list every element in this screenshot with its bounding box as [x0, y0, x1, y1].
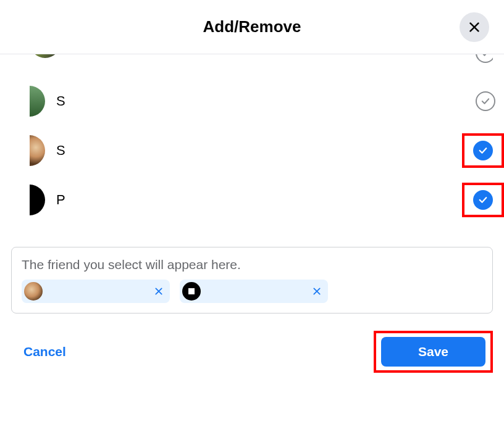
- friend-row[interactable]: S: [11, 126, 493, 175]
- close-button[interactable]: [460, 12, 489, 42]
- friend-chip: [180, 280, 328, 303]
- save-button[interactable]: Save: [381, 337, 485, 367]
- select-toggle[interactable]: [462, 133, 504, 168]
- friend-info: S: [11, 135, 65, 166]
- dialog-header: Add/Remove: [0, 0, 504, 54]
- avatar: [30, 185, 45, 215]
- remove-icon: [154, 286, 164, 296]
- friend-info: D Thakur: [11, 54, 127, 58]
- dialog-title: Add/Remove: [203, 17, 301, 36]
- select-toggle[interactable]: [467, 54, 493, 68]
- chip-remove-button[interactable]: [312, 286, 322, 296]
- friend-name: S: [56, 93, 65, 109]
- dialog-footer: Cancel Save: [0, 313, 504, 373]
- checkmark-checked-icon: [473, 190, 493, 210]
- friend-name: S: [56, 143, 65, 159]
- avatar: [24, 282, 43, 301]
- friend-row[interactable]: S: [11, 77, 493, 126]
- remove-icon: [312, 286, 322, 296]
- friend-list: D Thakur S S: [0, 54, 504, 225]
- checkmark-unchecked-icon: [476, 91, 495, 111]
- avatar: [30, 86, 45, 117]
- avatar: [182, 282, 201, 301]
- select-toggle[interactable]: [467, 86, 504, 116]
- friend-row[interactable]: P: [11, 175, 493, 225]
- chip-content: [182, 282, 207, 301]
- friend-info: S: [11, 86, 65, 117]
- chip-remove-button[interactable]: [154, 286, 164, 296]
- friend-row[interactable]: D Thakur: [11, 54, 493, 77]
- checkmark-unchecked-icon: [476, 54, 493, 63]
- select-toggle[interactable]: [462, 183, 504, 217]
- cancel-button[interactable]: Cancel: [23, 344, 66, 359]
- selected-chips: [22, 280, 482, 303]
- avatar: [30, 54, 61, 58]
- save-highlight: Save: [374, 331, 493, 373]
- friend-info: P: [11, 185, 65, 215]
- chip-content: [24, 282, 49, 301]
- selected-area-label: The friend you select will appear here.: [22, 257, 482, 272]
- checkmark-checked-icon: [473, 141, 493, 160]
- friend-chip: [22, 280, 170, 303]
- selected-friends-area: The friend you select will appear here.: [11, 247, 493, 313]
- avatar: [30, 135, 45, 166]
- friend-name: P: [56, 192, 65, 208]
- close-icon: [468, 20, 481, 34]
